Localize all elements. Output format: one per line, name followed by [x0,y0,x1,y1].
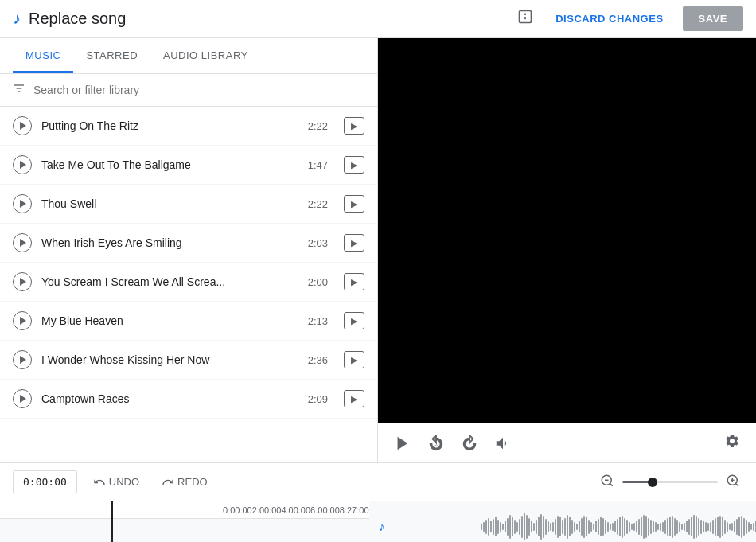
song-add-button[interactable]: ▶ [344,234,364,252]
song-play-button[interactable] [13,311,32,330]
ruler-mark: 8:27:00 [340,505,369,515]
waveform-bar [722,517,723,536]
song-play-button[interactable] [13,233,32,252]
redo-label: REDO [177,476,208,488]
app-header: ♪ Replace song DISCARD CHANGES SAVE [0,0,756,38]
waveform-bar [748,522,750,532]
waveform-bar [631,524,633,530]
list-item: Thou Swell 2:22 ▶ [0,185,377,224]
arrow-right-icon: ▶ [351,316,357,326]
video-controls: 10 [378,423,756,462]
song-add-button[interactable]: ▶ [344,390,364,407]
waveform-bar [574,522,575,532]
waveform-bar [495,517,497,536]
timeline-container: 0:00:002:00:004:00:006:00:008:27:00 ♪ Mr… [0,501,756,542]
list-item: Camptown Races 2:09 ▶ [0,380,377,419]
music-note-header-icon: ♪ [13,10,21,28]
song-add-button[interactable]: ▶ [344,156,364,174]
waveform-bar [614,521,616,532]
song-duration: 2:03 [308,237,328,249]
song-play-button[interactable] [13,350,32,369]
undo-label: UNDO [109,476,139,488]
waveform-bar [750,524,752,530]
ruler-mark: 0:00:00 [223,505,252,515]
waveform-bar [731,523,733,531]
waveform-bar [624,518,625,536]
list-item: I Wonder Whose Kissing Her Now 2:36 ▶ [0,341,377,380]
song-add-button[interactable]: ▶ [344,273,364,290]
zoom-slider[interactable] [622,481,718,483]
waveform-bar [667,518,668,536]
waveform-bar [679,522,680,532]
song-play-button[interactable] [13,272,32,291]
song-play-button[interactable] [13,155,32,174]
zoom-in-button[interactable] [723,470,743,494]
song-add-button[interactable]: ▶ [344,312,364,329]
waveform-bar [521,516,523,538]
undo-button[interactable]: UNDO [87,471,146,493]
song-name: I Wonder Whose Kissing Her Now [41,353,298,366]
waveform-bar [485,520,487,534]
waveform-bar [550,523,551,531]
waveform-bar [579,521,580,532]
tab-starred[interactable]: Starred [73,38,150,73]
tab-music[interactable]: Music [13,38,73,73]
discard-changes-button[interactable]: DISCARD CHANGES [546,6,672,31]
zoom-out-button[interactable] [597,470,618,494]
arrow-right-icon: ▶ [351,394,357,404]
waveform-bar [660,523,661,531]
arrow-right-icon: ▶ [351,160,357,170]
song-name: Camptown Races [41,392,298,405]
play-button[interactable] [391,431,415,455]
tab-audio-library[interactable]: AUDIO LIBRARY [150,38,261,73]
timeline-ruler: 0:00:002:00:004:00:006:00:008:27:00 [0,501,369,519]
redo-button[interactable]: REDO [155,471,214,493]
waveform-bar [674,518,676,536]
waveform-bar [626,520,628,534]
arrow-right-icon: ▶ [351,238,357,248]
waveform-bar [571,520,573,534]
rewind-10-button[interactable]: 10 [424,431,448,455]
ruler-mark: 6:00:00 [310,505,340,515]
waveform-bar [657,524,659,530]
waveform-bar [746,520,747,534]
waveform-bar [705,522,707,532]
song-name: You Scream I Scream We All Screa... [41,275,298,288]
volume-button[interactable] [491,431,515,455]
song-play-button[interactable] [13,116,32,135]
waveform-bar [595,521,597,532]
waveform-bar [590,522,592,532]
bottom-toolbar: 0:00:00 UNDO REDO [0,462,756,501]
song-duration: 2:13 [308,315,328,327]
waveform-bar [643,515,645,539]
waveform-bar [490,521,492,532]
arrow-right-icon: ▶ [351,355,357,365]
song-play-button[interactable] [13,194,32,213]
waveform-bar [650,520,652,534]
song-add-button[interactable]: ▶ [344,117,364,135]
song-add-button[interactable]: ▶ [344,195,364,213]
waveform-bar [727,522,728,532]
waveform-bar [533,523,535,531]
song-play-button[interactable] [13,389,32,408]
song-name: Thou Swell [41,197,298,210]
waveform-bar [622,516,623,538]
waveform-bar [488,518,489,536]
song-name: Putting On The Ritz [41,119,298,132]
ruler-mark: 4:00:00 [281,505,310,515]
svg-marker-6 [398,436,408,450]
save-button[interactable]: SAVE [683,6,743,31]
waveform-bar [483,522,485,532]
waveform-bar [700,520,702,534]
forward-10-button[interactable] [458,431,481,455]
track-music-icon: ♪ [379,520,385,534]
info-button[interactable] [514,6,536,32]
song-duration: 1:47 [308,159,328,171]
waveform-bar [598,519,599,535]
time-display: 0:00:00 [13,470,77,493]
waveform-bar [717,517,719,536]
settings-button[interactable] [721,430,743,456]
song-add-button[interactable]: ▶ [344,351,364,368]
waveform-bar [736,519,738,535]
search-input[interactable] [33,84,364,96]
